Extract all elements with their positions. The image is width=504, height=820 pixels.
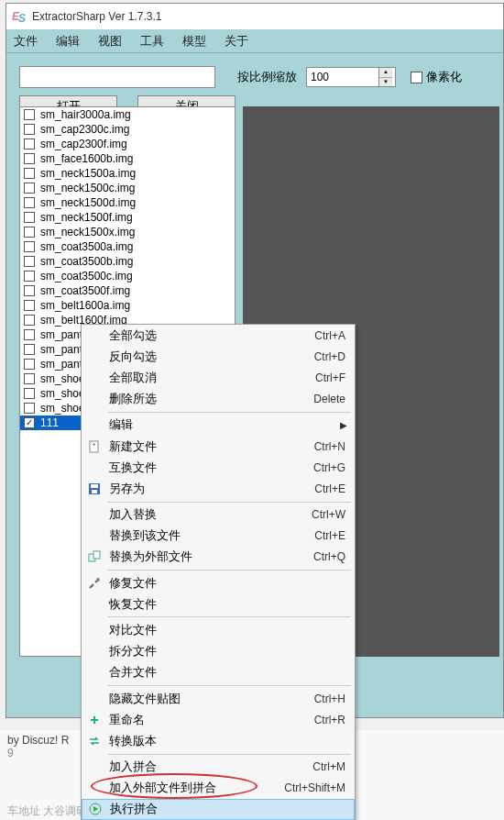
menu-item[interactable]: 修复文件: [82, 572, 355, 593]
checkbox-icon[interactable]: [24, 153, 35, 164]
menu-tools[interactable]: 工具: [140, 33, 164, 50]
menu-item[interactable]: 加入拼合Ctrl+M: [82, 757, 355, 778]
menu-item[interactable]: 替换到该文件Ctrl+E: [82, 526, 355, 547]
checkbox-icon[interactable]: [24, 388, 35, 399]
checkbox-icon[interactable]: [24, 300, 35, 311]
list-item[interactable]: sm_cap2300c.img: [20, 122, 235, 137]
checkbox-icon[interactable]: [24, 183, 35, 194]
list-item[interactable]: sm_hair3000a.img: [20, 107, 235, 122]
menu-file[interactable]: 文件: [14, 33, 38, 50]
list-item[interactable]: sm_belt1600a.img: [20, 298, 235, 313]
checkbox-icon[interactable]: [24, 139, 35, 150]
menu-model[interactable]: 模型: [182, 33, 206, 50]
menu-shortcut: Delete: [313, 393, 345, 405]
svg-rect-9: [93, 551, 100, 559]
menu-item[interactable]: 另存为Ctrl+E: [82, 478, 355, 499]
zoom-down[interactable]: ▼: [379, 78, 392, 87]
menu-item[interactable]: 互换文件Ctrl+G: [82, 457, 355, 478]
menu-item-label: 对比文件: [109, 622, 157, 638]
zoom-label: 按比例缩放: [237, 69, 297, 85]
checkbox-icon[interactable]: [24, 256, 35, 267]
zoom-up[interactable]: ▲: [379, 68, 392, 78]
menu-separator: [107, 616, 351, 617]
app-icon: ES: [12, 10, 27, 23]
list-item[interactable]: sm_neck1500a.img: [20, 166, 235, 181]
checkbox-icon[interactable]: [24, 197, 35, 208]
menu-item[interactable]: 恢复文件: [82, 593, 355, 615]
menu-shortcut: Ctrl+F: [315, 371, 345, 384]
context-menu: 全部勾选Ctrl+A反向勾选Ctrl+D全部取消Ctrl+F删除所选Delete…: [81, 324, 356, 820]
checkbox-icon[interactable]: [24, 124, 35, 135]
svg-point-10: [96, 578, 100, 582]
repair-icon: [87, 576, 102, 591]
menu-view[interactable]: 视图: [98, 33, 122, 50]
list-item[interactable]: sm_coat3500a.img: [20, 239, 235, 254]
checkbox-icon[interactable]: [24, 168, 35, 179]
menu-shortcut: Ctrl+Q: [313, 550, 345, 563]
list-item-label: sm_cap2300f.img: [40, 138, 127, 150]
menubar: 文件 编辑 视图 工具 模型 关于: [6, 29, 503, 53]
menu-separator: [107, 685, 351, 686]
list-item[interactable]: sm_neck1500d.img: [20, 195, 235, 210]
list-item[interactable]: sm_coat3500f.img: [20, 283, 235, 298]
menu-item[interactable]: 加入外部文件到拼合Ctrl+Shift+M: [82, 778, 355, 799]
menu-item[interactable]: 重命名Ctrl+R: [82, 709, 355, 730]
pixelate-checkbox[interactable]: 像素化: [411, 69, 462, 85]
checkbox-icon[interactable]: [24, 212, 35, 223]
menu-item[interactable]: 新建文件Ctrl+N: [82, 436, 355, 457]
checkbox-icon[interactable]: [24, 403, 35, 414]
checkbox-icon[interactable]: [24, 373, 35, 384]
zoom-spinner[interactable]: ▲ ▼: [306, 67, 396, 87]
menu-item-label: 执行拼合: [110, 801, 158, 817]
menu-item-label: 互换文件: [109, 460, 157, 476]
menu-item[interactable]: 全部取消Ctrl+F: [82, 367, 355, 388]
menu-item-label: 恢复文件: [109, 596, 157, 613]
list-item-label: 111: [40, 416, 59, 429]
checkbox-icon[interactable]: [24, 241, 35, 252]
checkbox-icon[interactable]: [24, 359, 35, 370]
menu-item[interactable]: 合并文件: [82, 662, 355, 683]
list-item[interactable]: sm_coat3500c.img: [20, 269, 235, 283]
menu-about[interactable]: 关于: [225, 33, 248, 50]
zoom-value[interactable]: [307, 68, 378, 86]
menu-item-label: 拆分文件: [109, 643, 157, 659]
list-item[interactable]: sm_neck1500c.img: [20, 181, 235, 195]
checkbox-icon[interactable]: [24, 109, 35, 120]
menu-item[interactable]: 编辑▶: [82, 415, 355, 436]
menu-item[interactable]: 对比文件: [82, 619, 355, 640]
list-item[interactable]: sm_neck1500x.img: [20, 225, 235, 239]
menu-shortcut: Ctrl+Shift+M: [284, 781, 345, 794]
list-item[interactable]: sm_coat3500b.img: [20, 254, 235, 269]
checkbox-icon[interactable]: [24, 285, 35, 296]
menu-item[interactable]: 隐藏文件贴图Ctrl+H: [82, 688, 355, 709]
checkbox-icon[interactable]: [24, 417, 35, 428]
checkbox-icon[interactable]: [24, 271, 35, 282]
list-item[interactable]: sm_face1600b.img: [20, 151, 235, 166]
list-item[interactable]: sm_cap2300f.img: [20, 137, 235, 151]
menu-item[interactable]: 转换版本: [82, 730, 355, 751]
menu-item-label: 加入替换: [109, 506, 157, 523]
menu-item-label: 转换版本: [109, 733, 157, 749]
menu-item[interactable]: 全部勾选Ctrl+A: [82, 325, 355, 346]
svg-rect-2: [90, 441, 98, 452]
menu-item[interactable]: 拆分文件: [82, 641, 355, 662]
menu-item[interactable]: 执行拼合: [82, 799, 355, 820]
menu-separator: [107, 754, 351, 755]
list-item[interactable]: sm_neck1500f.img: [20, 210, 235, 225]
checkbox-icon[interactable]: [24, 315, 35, 326]
footer-text1: by Discuz! R: [7, 734, 69, 747]
menu-item[interactable]: 加入替换Ctrl+W: [82, 504, 355, 526]
checkbox-icon[interactable]: [24, 344, 35, 355]
path-input[interactable]: [19, 66, 215, 88]
menu-item[interactable]: 反向勾选Ctrl+D: [82, 346, 355, 367]
menu-edit[interactable]: 编辑: [56, 33, 80, 50]
menu-item[interactable]: 删除所选Delete: [82, 389, 355, 410]
checkbox-icon[interactable]: [24, 227, 35, 238]
menu-item-label: 全部勾选: [109, 327, 157, 344]
menu-item-label: 反向勾选: [109, 349, 157, 365]
menu-item[interactable]: 替换为外部文件Ctrl+Q: [82, 547, 355, 568]
checkbox-icon[interactable]: [24, 329, 35, 340]
svg-rect-7: [92, 490, 97, 493]
list-item-label: sm_hair3000a.img: [40, 108, 131, 121]
convert-icon: [87, 734, 102, 748]
